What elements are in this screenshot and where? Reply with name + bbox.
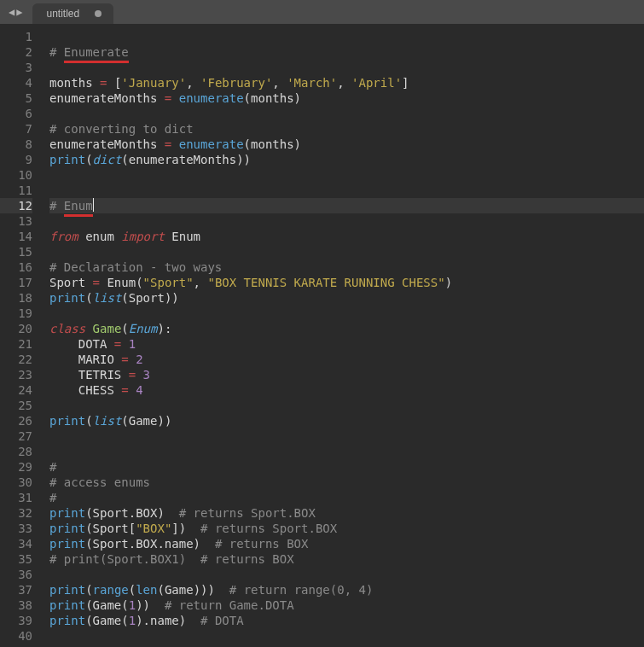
line-number[interactable]: 31 [0,490,32,505]
code-token: ( [85,583,92,597]
line-number[interactable]: 14 [0,229,32,244]
line-number[interactable]: 19 [0,306,32,321]
code-line[interactable] [49,244,644,259]
code-line[interactable]: print(range(len(Game))) # return range(0… [49,582,644,597]
line-number[interactable]: 10 [0,167,32,183]
line-number[interactable]: 35 [0,551,32,567]
line-number[interactable]: 30 [0,475,32,490]
code-line[interactable] [49,29,644,44]
line-number[interactable]: 11 [0,183,32,198]
code-line[interactable]: print(Game(1).name) # DOTA [49,613,644,628]
code-token: enum [78,230,122,243]
code-token: Enum [165,230,200,243]
code-line[interactable] [49,428,644,444]
code-line[interactable]: Sport = Enum("Sport", "BOX TENNIS KARATE… [49,275,644,290]
code-line[interactable]: # Enum [49,198,644,213]
code-line[interactable] [49,628,644,644]
code-line[interactable] [49,567,644,582]
code-line[interactable]: enumerateMonths = enumerate(months) [49,137,644,152]
code-line[interactable]: # print(Sport.BOX1) # returns BOX [49,551,644,567]
line-number[interactable]: 40 [0,628,32,644]
line-number[interactable]: 36 [0,567,32,582]
line-number[interactable]: 39 [0,613,32,628]
code-line[interactable]: from enum import Enum [49,229,644,244]
line-number[interactable]: 27 [0,428,32,444]
code-line[interactable]: print(list(Sport)) [49,290,644,306]
code-line[interactable]: print(dict(enumerateMonths)) [49,152,644,167]
line-number[interactable]: 13 [0,213,32,229]
line-number[interactable]: 28 [0,444,32,459]
line-number[interactable]: 18 [0,290,32,306]
code-line[interactable]: print(Sport["BOX"]) # returns Sport.BOX [49,521,644,536]
line-number[interactable]: 17 [0,275,32,290]
code-line[interactable]: DOTA = 1 [49,336,644,352]
code-line[interactable]: # Declaration - two ways [49,259,644,275]
code-token: = [121,383,128,397]
line-number[interactable]: 12 [0,198,32,213]
line-number[interactable]: 20 [0,321,32,336]
line-number[interactable]: 32 [0,505,32,521]
code-token: ( [85,153,92,166]
line-number[interactable]: 3 [0,60,32,75]
line-number[interactable]: 37 [0,582,32,597]
code-token: # converting to dict [49,122,194,136]
code-line[interactable] [49,398,644,413]
code-token: , [194,276,208,289]
line-number[interactable]: 6 [0,106,32,121]
tab-untitled[interactable]: untitled [32,3,113,24]
code-line[interactable] [49,444,644,459]
code-line[interactable] [49,306,644,321]
line-number[interactable]: 29 [0,459,32,475]
line-number[interactable]: 21 [0,336,32,352]
code-line[interactable]: # Enumerate [49,44,644,60]
line-number[interactable]: 33 [0,521,32,536]
code-line[interactable] [49,213,644,229]
code-line[interactable]: print(Sport.BOX.name) # returns BOX [49,536,644,551]
line-number[interactable]: 22 [0,352,32,367]
line-number[interactable]: 1 [0,29,32,44]
code-line[interactable]: CHESS = 4 [49,382,644,398]
code-token: list [93,291,122,305]
code-line[interactable]: # access enums [49,475,644,490]
code-line[interactable] [49,106,644,121]
code-area[interactable]: # Enumeratemonths = ['January', 'Februar… [41,24,644,647]
line-number[interactable]: 8 [0,137,32,152]
code-token: 2 [136,353,142,366]
line-number[interactable]: 24 [0,382,32,398]
code-token: # [49,45,64,59]
line-number[interactable]: 38 [0,597,32,613]
code-line[interactable]: class Game(Enum): [49,321,644,336]
nav-right-icon[interactable]: ▶ [16,6,22,18]
code-token: # returns Sport.BOX [200,522,337,535]
code-line[interactable]: # converting to dict [49,121,644,137]
line-number[interactable]: 25 [0,398,32,413]
tab-nav: ◀ ▶ [3,0,27,24]
code-line[interactable]: print(Sport.BOX) # returns Sport.BOX [49,505,644,521]
code-token [171,91,178,105]
code-token: (Sport[ [85,522,136,535]
code-line[interactable]: # [49,459,644,475]
code-line[interactable]: # [49,490,644,505]
line-number[interactable]: 4 [0,75,32,90]
line-number[interactable]: 34 [0,536,32,551]
code-line[interactable]: months = ['January', 'February', 'March'… [49,75,644,90]
code-line[interactable] [49,60,644,75]
line-number[interactable]: 7 [0,121,32,137]
line-number[interactable]: 2 [0,44,32,60]
line-number[interactable]: 23 [0,367,32,382]
line-number[interactable]: 9 [0,152,32,167]
line-number[interactable]: 15 [0,244,32,259]
code-line[interactable] [49,183,644,198]
code-line[interactable]: MARIO = 2 [49,352,644,367]
unsaved-dot-icon [95,10,102,17]
code-line[interactable]: enumerateMonths = enumerate(months) [49,90,644,106]
line-number[interactable]: 26 [0,413,32,428]
code-line[interactable] [49,167,644,183]
line-number[interactable]: 16 [0,259,32,275]
nav-left-icon[interactable]: ◀ [9,6,15,18]
code-line[interactable]: print(Game(1)) # return Game.DOTA [49,597,644,613]
line-number[interactable]: 5 [0,90,32,106]
code-line[interactable]: print(list(Game)) [49,413,644,428]
code-token: enumerateMonths [49,137,165,151]
code-line[interactable]: TETRIS = 3 [49,367,644,382]
